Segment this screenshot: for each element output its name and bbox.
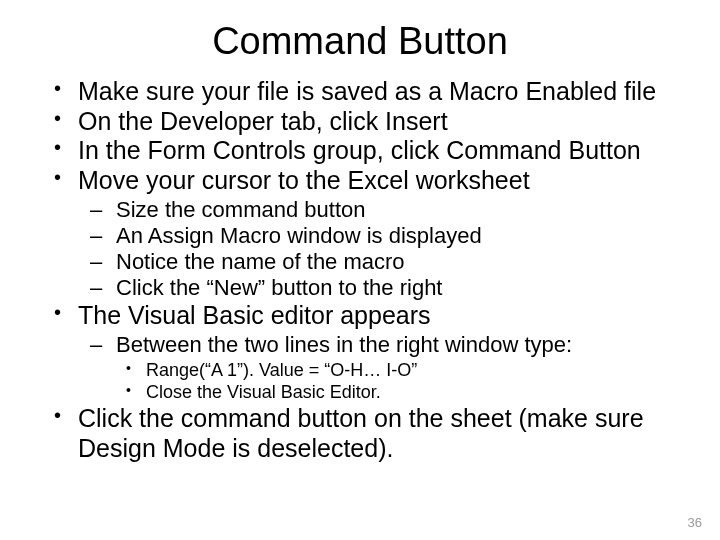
sub-bullet-list: Size the command button An Assign Macro … — [78, 197, 680, 301]
sub-sub-bullet-item: Range(“A 1”). Value = “O-H… I-O” — [116, 360, 680, 382]
bullet-item: On the Developer tab, click Insert — [40, 107, 680, 137]
bullet-item: Make sure your file is saved as a Macro … — [40, 77, 680, 107]
bullet-item: The Visual Basic editor appears Between … — [40, 301, 680, 404]
bullet-text: Move your cursor to the Excel worksheet — [78, 166, 530, 194]
sub-bullet-list: Between the two lines in the right windo… — [78, 332, 680, 404]
sub-bullet-item: Notice the name of the macro — [78, 249, 680, 275]
bullet-text: The Visual Basic editor appears — [78, 301, 431, 329]
slide-title: Command Button — [40, 20, 680, 63]
sub-bullet-item: Click the “New” button to the right — [78, 275, 680, 301]
sub-bullet-item: Size the command button — [78, 197, 680, 223]
bullet-item: Click the command button on the sheet (m… — [40, 404, 680, 463]
bullet-list: Make sure your file is saved as a Macro … — [40, 77, 680, 463]
sub-bullet-item: An Assign Macro window is displayed — [78, 223, 680, 249]
sub-sub-bullet-item: Close the Visual Basic Editor. — [116, 382, 680, 404]
bullet-item: In the Form Controls group, click Comman… — [40, 136, 680, 166]
page-number: 36 — [688, 515, 702, 530]
bullet-item: Move your cursor to the Excel worksheet … — [40, 166, 680, 301]
sub-sub-bullet-list: Range(“A 1”). Value = “O-H… I-O” Close t… — [116, 360, 680, 404]
sub-bullet-item: Between the two lines in the right windo… — [78, 332, 680, 404]
sub-bullet-text: Between the two lines in the right windo… — [116, 332, 572, 357]
